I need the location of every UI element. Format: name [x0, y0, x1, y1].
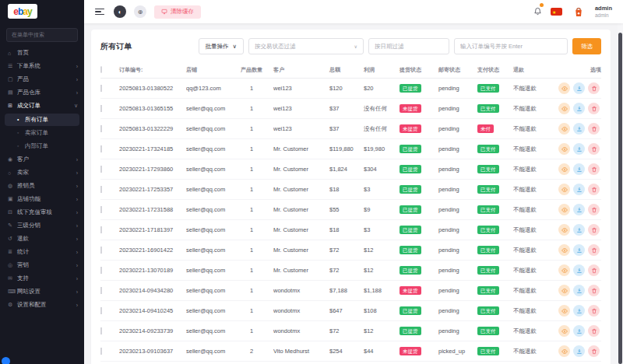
chat-bubble-icon[interactable]	[2, 357, 10, 364]
sidebar-subitem[interactable]: ◦卖家订单	[5, 127, 79, 139]
delete-button[interactable]	[588, 163, 600, 175]
ebay-logo[interactable]: ebay	[8, 4, 37, 19]
bulk-actions-button[interactable]: 批量操作 ∨	[199, 38, 245, 54]
language-flag-icon[interactable]: ★	[551, 8, 562, 16]
view-button[interactable]	[558, 123, 570, 135]
sidebar-item-label: 下单系统	[17, 62, 76, 70]
row-checkbox[interactable]	[100, 125, 102, 132]
delete-button[interactable]	[588, 82, 600, 94]
row-checkbox[interactable]	[100, 226, 102, 233]
column-header: 退款	[513, 66, 554, 74]
sidebar-item-6[interactable]: ○卖家›	[0, 166, 84, 180]
row-checkbox[interactable]	[100, 327, 102, 334]
view-button[interactable]	[558, 285, 570, 296]
delete-button[interactable]	[588, 184, 600, 195]
delete-button[interactable]	[588, 305, 600, 317]
sidebar-subitem[interactable]: •所有订单	[5, 114, 79, 126]
download-button[interactable]	[573, 103, 585, 114]
sidebar-item-8[interactable]: ▣店铺功能›	[0, 193, 84, 206]
download-button[interactable]	[573, 325, 585, 337]
row-checkbox[interactable]	[100, 166, 102, 173]
delete-button[interactable]	[588, 285, 600, 296]
sidebar-item-5[interactable]: ◉客户›	[0, 153, 84, 166]
row-checkbox[interactable]	[100, 145, 102, 152]
row-checkbox[interactable]	[100, 186, 102, 193]
delete-button[interactable]	[588, 103, 600, 114]
download-button[interactable]	[573, 345, 585, 357]
delete-button[interactable]	[588, 204, 600, 215]
sidebar-item-3[interactable]: ▤产品仓库›	[0, 86, 84, 100]
dark-mode-toggle-icon[interactable]: ◐	[114, 5, 126, 18]
download-button[interactable]	[573, 305, 585, 317]
view-button[interactable]	[558, 325, 570, 337]
view-button[interactable]	[558, 224, 570, 236]
download-button[interactable]	[573, 285, 585, 296]
row-checkbox[interactable]	[100, 267, 102, 274]
view-button[interactable]	[558, 264, 570, 276]
delete-button[interactable]	[588, 224, 600, 236]
view-button[interactable]	[558, 184, 570, 195]
delete-button[interactable]	[588, 143, 600, 155]
sidebar-item-0[interactable]: ⌂首页	[0, 47, 84, 60]
clear-cache-button[interactable]: 清除缓存	[154, 5, 201, 19]
download-button[interactable]	[573, 264, 585, 276]
view-button[interactable]	[558, 163, 570, 175]
download-button[interactable]	[573, 184, 585, 195]
row-checkbox[interactable]	[100, 206, 102, 213]
avatar[interactable]	[571, 4, 586, 19]
view-button[interactable]	[558, 103, 570, 114]
view-button[interactable]	[558, 345, 570, 357]
view-button[interactable]	[558, 82, 570, 94]
chevron-down-icon: ∨	[354, 44, 357, 49]
sidebar-item-10[interactable]: ✎三级分销›	[0, 219, 84, 233]
download-button[interactable]	[573, 123, 585, 135]
sidebar-item-7[interactable]: ◍推销员›	[0, 180, 84, 193]
sidebar-item-4[interactable]: ⊞成交订单∨	[0, 100, 84, 113]
download-button[interactable]	[573, 204, 585, 215]
sidebar-item-12[interactable]: ≣统计›	[0, 246, 84, 259]
view-button[interactable]	[558, 143, 570, 155]
order-number-input[interactable]	[454, 38, 568, 54]
download-button[interactable]	[573, 163, 585, 175]
page-scrollbar[interactable]	[618, 0, 623, 364]
row-checkbox[interactable]	[100, 348, 102, 355]
delete-button[interactable]	[588, 123, 600, 135]
download-button[interactable]	[573, 244, 585, 256]
date-filter-input[interactable]	[368, 38, 449, 54]
language-globe-icon[interactable]: ⊕	[134, 5, 146, 18]
select-all-checkbox[interactable]	[100, 66, 102, 73]
scrollbar-thumb[interactable]	[618, 33, 622, 364]
view-button[interactable]	[558, 244, 570, 256]
sidebar-item-15[interactable]: ⌨网站设置›	[0, 285, 84, 299]
filter-button[interactable]: 筛选	[572, 38, 601, 54]
delete-button[interactable]	[588, 264, 600, 276]
delete-button[interactable]	[588, 345, 600, 357]
download-button[interactable]	[573, 143, 585, 155]
sidebar-item-1[interactable]: ☰下单系统›	[0, 60, 84, 73]
user-menu[interactable]: admin admin	[595, 5, 612, 17]
transaction-status-select[interactable]: 按交易状态过滤 ∨	[248, 38, 364, 54]
row-checkbox[interactable]	[100, 307, 102, 314]
view-button[interactable]	[558, 204, 570, 215]
download-button[interactable]	[573, 82, 585, 94]
view-button[interactable]	[558, 305, 570, 317]
row-checkbox[interactable]	[100, 287, 102, 294]
delete-button[interactable]	[588, 244, 600, 256]
hamburger-menu-icon[interactable]	[95, 6, 104, 16]
eye-icon	[561, 348, 568, 355]
row-checkbox[interactable]	[100, 85, 102, 92]
download-button[interactable]	[573, 224, 585, 236]
delete-button[interactable]	[588, 325, 600, 337]
sidebar-item-9[interactable]: ⊟线下充值审核›	[0, 206, 84, 219]
sidebar-item-14[interactable]: ✉支持›	[0, 272, 84, 285]
sidebar-item-16[interactable]: ⚙设置和配置›	[0, 299, 84, 312]
sidebar-item-13[interactable]: ◎营销›	[0, 259, 84, 272]
sidebar-subitem[interactable]: ◦内部订单	[5, 140, 79, 152]
notification-bell-icon[interactable]	[533, 5, 542, 19]
row-checkbox[interactable]	[100, 247, 102, 254]
customer-cell: wondotmx	[273, 327, 329, 334]
row-checkbox[interactable]	[100, 105, 102, 112]
sidebar-item-2[interactable]: ▢产品›	[0, 73, 84, 86]
sidebar-item-11[interactable]: ↺退款›	[0, 233, 84, 246]
sidebar-search-input[interactable]	[6, 28, 78, 42]
